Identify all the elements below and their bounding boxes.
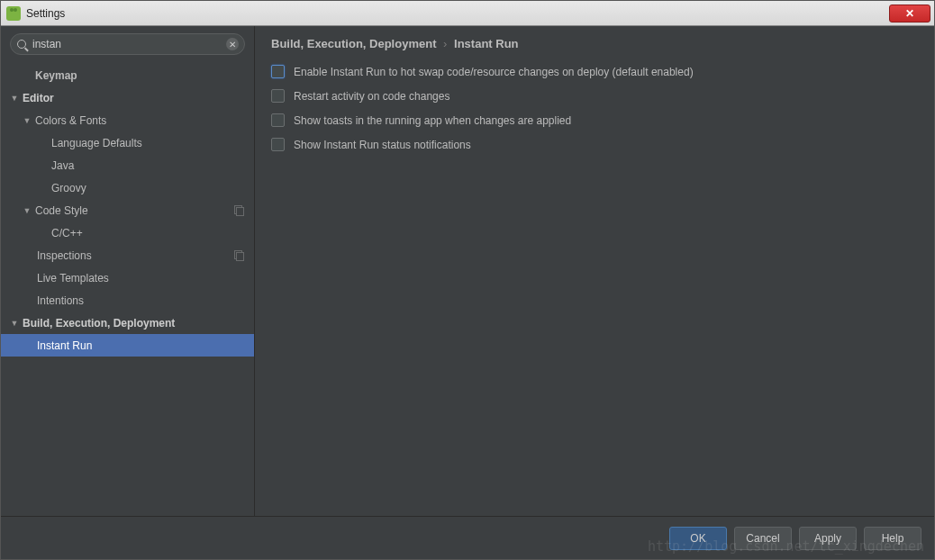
option-label: Restart activity on code changes (294, 90, 449, 103)
sidebar-item-label: Groovy (51, 182, 86, 194)
checkbox[interactable] (271, 89, 285, 103)
sidebar-item-build-execution-deployment[interactable]: ▼Build, Execution, Deployment (1, 312, 254, 334)
options-list: Enable Instant Run to hot swap code/reso… (271, 65, 918, 151)
settings-tree: Keymap ▼Editor ▼Colors & Fonts Language … (1, 62, 254, 516)
sidebar-item-label: Instant Run (37, 339, 92, 352)
search-field[interactable]: ✕ (10, 33, 245, 55)
breadcrumb: Build, Execution, Deployment › Instant R… (271, 37, 918, 50)
apply-button[interactable]: Apply (799, 527, 857, 550)
sidebar-item-language-defaults[interactable]: Language Defaults (1, 131, 254, 154)
sidebar-item-label: Editor (23, 92, 54, 104)
chevron-down-icon: ▼ (10, 319, 19, 328)
checkbox[interactable] (271, 113, 285, 127)
sidebar-item-intentions[interactable]: Intentions (1, 289, 254, 312)
option-restart-activity[interactable]: Restart activity on code changes (271, 89, 918, 103)
copy-icon (234, 205, 245, 216)
sidebar-item-label: Inspections (37, 249, 92, 262)
sidebar-item-inspections[interactable]: Inspections (1, 244, 254, 266)
sidebar-item-keymap[interactable]: Keymap (1, 64, 254, 86)
chevron-down-icon: ▼ (10, 94, 19, 103)
ok-button[interactable]: OK (669, 527, 727, 550)
cancel-button[interactable]: Cancel (734, 527, 792, 550)
breadcrumb-parent: Build, Execution, Deployment (271, 37, 436, 50)
sidebar-item-live-templates[interactable]: Live Templates (1, 266, 254, 289)
sidebar: ✕ Keymap ▼Editor ▼Colors & Fonts Languag… (1, 26, 255, 516)
chevron-down-icon: ▼ (23, 116, 32, 125)
breadcrumb-current: Instant Run (454, 37, 519, 50)
sidebar-item-java[interactable]: Java (1, 154, 254, 176)
sidebar-item-colors-fonts[interactable]: ▼Colors & Fonts (1, 109, 254, 131)
clear-search-icon[interactable]: ✕ (226, 38, 239, 50)
close-button[interactable]: ✕ (889, 5, 930, 23)
window-title: Settings (26, 7, 65, 20)
sidebar-item-label: Live Templates (37, 272, 109, 285)
sidebar-item-label: Keymap (35, 69, 77, 82)
breadcrumb-separator: › (443, 37, 447, 50)
close-icon: ✕ (905, 7, 914, 20)
sidebar-item-instant-run[interactable]: Instant Run (1, 334, 254, 357)
option-show-notifications[interactable]: Show Instant Run status notifications (271, 138, 918, 151)
sidebar-item-code-style[interactable]: ▼Code Style (1, 199, 254, 221)
sidebar-item-label: Colors & Fonts (35, 114, 106, 127)
titlebar: Settings ✕ (1, 1, 934, 26)
settings-window: Settings ✕ ✕ Keymap ▼Editor ▼Colors & Fo… (0, 0, 935, 560)
option-enable-instant-run[interactable]: Enable Instant Run to hot swap code/reso… (271, 65, 918, 78)
sidebar-item-c-cpp[interactable]: C/C++ (1, 221, 254, 244)
copy-icon (234, 250, 245, 261)
sidebar-item-label: Code Style (35, 204, 88, 217)
search-input[interactable] (32, 38, 222, 50)
sidebar-item-label: Build, Execution, Deployment (23, 317, 175, 330)
app-icon (6, 6, 21, 21)
option-show-toasts[interactable]: Show toasts in the running app when chan… (271, 113, 918, 127)
dialog-footer: OK Cancel Apply Help (1, 516, 934, 559)
search-icon (17, 40, 26, 49)
sidebar-item-label: Intentions (37, 294, 84, 307)
sidebar-item-label: Java (51, 159, 74, 172)
checkbox[interactable] (271, 138, 285, 151)
option-label: Show toasts in the running app when chan… (294, 114, 571, 127)
help-button[interactable]: Help (864, 527, 921, 550)
sidebar-item-label: Language Defaults (51, 137, 142, 149)
sidebar-item-label: C/C++ (51, 227, 83, 239)
sidebar-item-editor[interactable]: ▼Editor (1, 86, 254, 109)
option-label: Enable Instant Run to hot swap code/reso… (294, 66, 694, 78)
main-panel: Build, Execution, Deployment › Instant R… (255, 26, 934, 516)
option-label: Show Instant Run status notifications (294, 139, 471, 151)
checkbox[interactable] (271, 65, 285, 78)
sidebar-item-groovy[interactable]: Groovy (1, 176, 254, 199)
chevron-down-icon: ▼ (23, 206, 32, 215)
